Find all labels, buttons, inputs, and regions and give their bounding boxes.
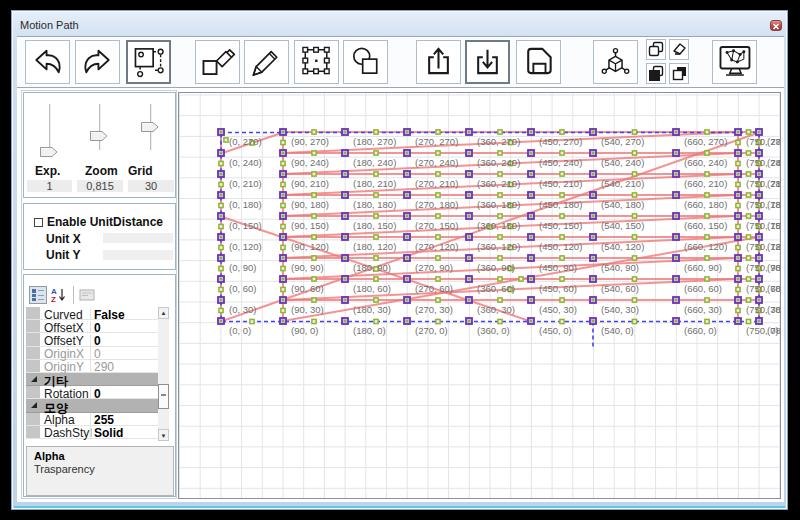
- svg-text:(180, 150): (180, 150): [353, 220, 396, 231]
- svg-text:(660, 150): (660, 150): [684, 220, 727, 231]
- svg-text:(90, 210): (90, 210): [291, 178, 329, 189]
- svg-text:(660, 210): (660, 210): [684, 178, 727, 189]
- svg-text:(540, 180): (540, 180): [601, 199, 644, 210]
- svg-text:(180, 240): (180, 240): [353, 157, 396, 168]
- svg-text:(450, 90): (450, 90): [539, 262, 577, 273]
- svg-text:(540, 90): (540, 90): [601, 262, 639, 273]
- svg-text:(90, 30): (90, 30): [291, 304, 324, 315]
- svg-text:Z: Z: [51, 295, 56, 303]
- svg-text:(0, 120): (0, 120): [229, 241, 262, 252]
- svg-text:(540, 240): (540, 240): [601, 157, 644, 168]
- svg-text:(540, 30): (540, 30): [601, 304, 639, 315]
- svg-text:(450, 30): (450, 30): [539, 304, 577, 315]
- svg-text:(780, 30): (780, 30): [767, 304, 781, 315]
- svg-text:(540, 270): (540, 270): [601, 136, 644, 147]
- svg-text:(270, 60): (270, 60): [415, 283, 453, 294]
- svg-text:(450, 60): (450, 60): [539, 283, 577, 294]
- svg-text:(780, 210): (780, 210): [767, 178, 781, 189]
- svg-text:(660, 30): (660, 30): [684, 304, 722, 315]
- svg-text:(270, 240): (270, 240): [415, 157, 458, 168]
- svg-text:(0, 270): (0, 270): [229, 136, 262, 147]
- svg-text:(360, 0): (360, 0): [477, 325, 510, 336]
- svg-text:(270, 210): (270, 210): [415, 178, 458, 189]
- svg-text:(450, 270): (450, 270): [539, 136, 582, 147]
- svg-text:(450, 210): (450, 210): [539, 178, 582, 189]
- svg-text:(270, 270): (270, 270): [415, 136, 458, 147]
- svg-text:(180, 120): (180, 120): [353, 241, 396, 252]
- svg-text:(270, 120): (270, 120): [415, 241, 458, 252]
- svg-text:(660, 60): (660, 60): [684, 283, 722, 294]
- svg-text:(270, 30): (270, 30): [415, 304, 453, 315]
- svg-text:(0, 90): (0, 90): [229, 262, 256, 273]
- svg-text:(780, 90): (780, 90): [767, 262, 781, 273]
- svg-text:(780, 270): (780, 270): [767, 136, 781, 147]
- svg-text:(90, 120): (90, 120): [291, 241, 329, 252]
- svg-text:(780, 240): (780, 240): [767, 157, 781, 168]
- svg-text:(90, 0): (90, 0): [291, 325, 318, 336]
- svg-text:(450, 240): (450, 240): [539, 157, 582, 168]
- svg-text:(360, 210): (360, 210): [477, 178, 520, 189]
- svg-text:(540, 60): (540, 60): [601, 283, 639, 294]
- svg-text:(0, 240): (0, 240): [229, 157, 262, 168]
- svg-text:(450, 180): (450, 180): [539, 199, 582, 210]
- svg-text:(180, 90): (180, 90): [353, 262, 391, 273]
- svg-text:(660, 120): (660, 120): [684, 241, 727, 252]
- svg-text:(270, 0): (270, 0): [415, 325, 448, 336]
- svg-text:(450, 150): (450, 150): [539, 220, 582, 231]
- svg-text:(0, 210): (0, 210): [229, 178, 262, 189]
- svg-text:(540, 150): (540, 150): [601, 220, 644, 231]
- svg-text:(660, 0): (660, 0): [684, 325, 717, 336]
- svg-text:(180, 0): (180, 0): [353, 325, 386, 336]
- svg-text:(180, 270): (180, 270): [353, 136, 396, 147]
- svg-text:(780, 180): (780, 180): [767, 199, 781, 210]
- svg-text:(660, 270): (660, 270): [684, 136, 727, 147]
- svg-text:(450, 0): (450, 0): [539, 325, 572, 336]
- svg-text:(780, 0): (780, 0): [767, 325, 781, 336]
- svg-text:(360, 60): (360, 60): [477, 283, 515, 294]
- svg-text:(180, 180): (180, 180): [353, 199, 396, 210]
- svg-text:(540, 0): (540, 0): [601, 325, 634, 336]
- svg-text:(0, 180): (0, 180): [229, 199, 262, 210]
- svg-text:(90, 240): (90, 240): [291, 157, 329, 168]
- svg-text:(450, 120): (450, 120): [539, 241, 582, 252]
- svg-text:(360, 240): (360, 240): [477, 157, 520, 168]
- svg-text:(270, 180): (270, 180): [415, 199, 458, 210]
- svg-text:(0, 60): (0, 60): [229, 283, 256, 294]
- svg-text:(360, 90): (360, 90): [477, 262, 515, 273]
- svg-text:(0, 30): (0, 30): [229, 304, 256, 315]
- svg-text:(180, 60): (180, 60): [353, 283, 391, 294]
- svg-text:(660, 180): (660, 180): [684, 199, 727, 210]
- svg-text:(660, 90): (660, 90): [684, 262, 722, 273]
- svg-text:(360, 150): (360, 150): [477, 220, 520, 231]
- svg-text:(90, 60): (90, 60): [291, 283, 324, 294]
- svg-text:(540, 210): (540, 210): [601, 178, 644, 189]
- svg-text:(270, 150): (270, 150): [415, 220, 458, 231]
- svg-text:(180, 210): (180, 210): [353, 178, 396, 189]
- svg-text:(780, 150): (780, 150): [767, 220, 781, 231]
- svg-text:(780, 120): (780, 120): [767, 241, 781, 252]
- svg-text:(90, 270): (90, 270): [291, 136, 329, 147]
- svg-text:(180, 30): (180, 30): [353, 304, 391, 315]
- svg-text:(90, 90): (90, 90): [291, 262, 324, 273]
- svg-text:(360, 30): (360, 30): [477, 304, 515, 315]
- svg-text:(660, 240): (660, 240): [684, 157, 727, 168]
- svg-text:(540, 120): (540, 120): [601, 241, 644, 252]
- svg-text:(360, 270): (360, 270): [477, 136, 520, 147]
- svg-text:(0, 150): (0, 150): [229, 220, 262, 231]
- svg-text:(90, 150): (90, 150): [291, 220, 329, 231]
- svg-text:(0, 0): (0, 0): [229, 325, 251, 336]
- svg-text:(360, 180): (360, 180): [477, 199, 520, 210]
- svg-text:(780, 60): (780, 60): [767, 283, 781, 294]
- svg-text:(360, 120): (360, 120): [477, 241, 520, 252]
- svg-text:(270, 90): (270, 90): [415, 262, 453, 273]
- svg-text:(90, 180): (90, 180): [291, 199, 329, 210]
